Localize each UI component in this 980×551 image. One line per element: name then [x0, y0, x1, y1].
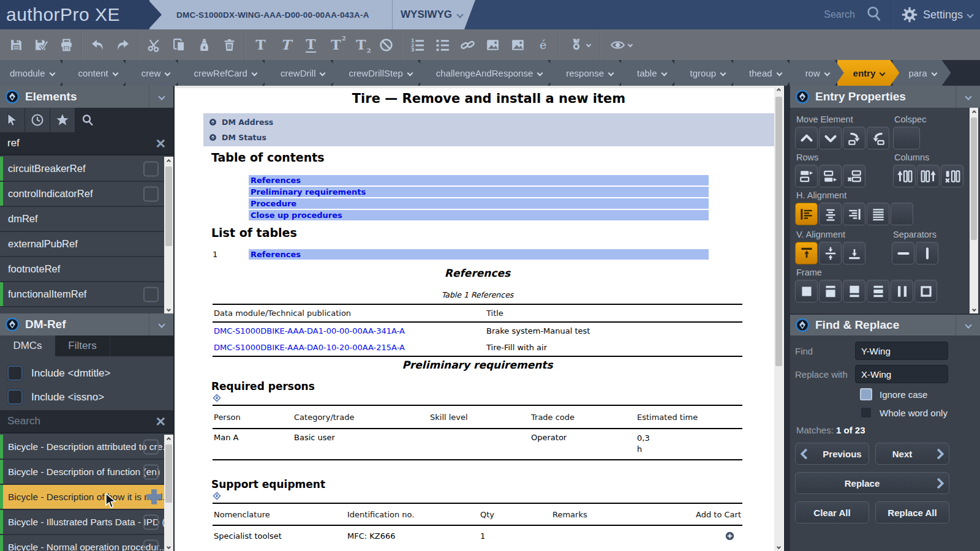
scrollbar-thumb[interactable]	[971, 118, 977, 240]
remove-format-button[interactable]	[374, 32, 399, 57]
breadcrumb-tag-crewDrill[interactable]: crewDrill	[265, 60, 340, 86]
insert-column-before-button[interactable]	[893, 165, 916, 187]
list-item[interactable]: dmRef	[0, 207, 173, 231]
list-item[interactable]: Bicycle - Description of function (en)	[0, 460, 173, 484]
scroll-up-icon[interactable]	[164, 435, 173, 443]
breadcrumb-tag-content[interactable]: content	[62, 60, 132, 86]
special-character-button[interactable]: é	[530, 32, 556, 57]
dmref-panel-header[interactable]: DM-Ref	[0, 313, 173, 335]
checkbox[interactable]	[143, 464, 159, 479]
tab-dmcs[interactable]: DMCs	[0, 335, 55, 356]
list-item[interactable]: externalPubRef	[0, 232, 173, 256]
list-item[interactable]: footnoteRef	[0, 257, 173, 281]
ignore-case-option[interactable]: Ignore case	[860, 388, 980, 400]
valign-top-button[interactable]	[795, 242, 818, 264]
checkbox[interactable]	[143, 514, 159, 530]
delete-column-button[interactable]	[941, 165, 963, 187]
unordered-list-button[interactable]	[430, 32, 455, 57]
italic-button[interactable]: T	[273, 32, 298, 57]
valign-middle-button[interactable]	[819, 242, 842, 264]
collapse-panel-button[interactable]	[149, 86, 173, 108]
scroll-up-icon[interactable]	[774, 86, 783, 94]
insert-image-button[interactable]	[480, 32, 505, 57]
checkbox-unchecked[interactable]	[860, 407, 872, 419]
dmref-search-input[interactable]	[7, 415, 155, 427]
list-item-selected[interactable]: Bicycle - Description of how it is mad..…	[0, 485, 173, 509]
elements-panel-header[interactable]: Elements	[0, 86, 173, 108]
tab-filters[interactable]: Filters	[55, 335, 110, 356]
insert-column-after-button[interactable]	[917, 165, 940, 187]
scroll-down-icon[interactable]	[774, 542, 783, 551]
breadcrumb-tag-dmodule[interactable]: dmodule	[0, 60, 69, 86]
clear-search-icon[interactable]: ✕	[155, 137, 166, 150]
insert-row-above-button[interactable]	[795, 165, 818, 187]
elements-scrollbar[interactable]	[164, 157, 173, 313]
checkbox-checked[interactable]	[860, 388, 872, 400]
checkbox[interactable]	[7, 365, 23, 381]
frame-bottom-button[interactable]	[843, 280, 865, 302]
scrollbar-thumb[interactable]	[165, 167, 172, 246]
checkbox[interactable]	[143, 539, 159, 551]
anchor-icon[interactable]	[213, 394, 221, 402]
scroll-down-icon[interactable]	[970, 305, 978, 313]
list-item[interactable]: Bicycle - Description attributed to cre.…	[0, 435, 173, 459]
breadcrumb-tag-table[interactable]: table	[621, 60, 681, 86]
scrollbar-thumb[interactable]	[165, 444, 172, 503]
scrollbar-thumb[interactable]	[775, 97, 782, 366]
list-item[interactable]: controlIndicatorRef	[0, 182, 173, 206]
move-out-button[interactable]	[867, 127, 889, 149]
scroll-up-icon[interactable]	[970, 108, 978, 116]
move-up-button[interactable]	[795, 127, 818, 149]
frame-none-button[interactable]	[795, 280, 818, 302]
award-menu-button[interactable]	[562, 32, 597, 57]
insert-row-below-button[interactable]	[819, 165, 842, 187]
checkbox[interactable]	[143, 186, 159, 201]
list-item[interactable]: functionalItemRef	[0, 282, 173, 306]
move-down-button[interactable]	[819, 127, 842, 149]
breadcrumb-tag-crew[interactable]: crew	[126, 60, 185, 86]
save-button[interactable]	[4, 32, 29, 57]
delete-button[interactable]	[217, 32, 242, 57]
save-as-button[interactable]	[29, 32, 54, 57]
breadcrumb-tag-row[interactable]: row	[790, 60, 844, 86]
scroll-up-icon[interactable]	[164, 157, 173, 165]
scroll-down-icon[interactable]	[164, 305, 173, 313]
bold-button[interactable]: T	[248, 32, 273, 57]
whole-word-option[interactable]: Whole word only	[860, 407, 980, 419]
replace-button[interactable]: Replace	[795, 472, 949, 494]
toc-link[interactable]: Preliminary requirements	[249, 187, 709, 197]
breadcrumb-tag-para[interactable]: para	[892, 60, 951, 86]
find-replace-header[interactable]: Find & Replace	[790, 313, 980, 335]
toc-link[interactable]: Close up procedures	[249, 210, 709, 220]
next-button[interactable]: Next	[875, 443, 949, 465]
visibility-menu-button[interactable]	[603, 32, 639, 57]
find-input[interactable]	[855, 342, 948, 360]
align-center-button[interactable]	[819, 203, 842, 225]
breadcrumb-tag-crewDrillStep[interactable]: crewDrillStep	[333, 60, 426, 86]
dm-status-bar[interactable]: DM Status	[203, 130, 774, 145]
underline-button[interactable]: T	[298, 32, 323, 57]
link-button[interactable]	[455, 32, 480, 57]
toc-link[interactable]: Procedure	[249, 198, 709, 209]
paste-button[interactable]	[192, 32, 217, 57]
tab-search-elements[interactable]	[75, 108, 100, 132]
breadcrumb-tag-entry-active[interactable]: entry	[837, 60, 900, 86]
frame-top-button[interactable]	[819, 280, 842, 302]
breadcrumb-tag-crewRefCard[interactable]: crewRefCard	[178, 60, 271, 86]
valign-bottom-button[interactable]	[843, 242, 865, 264]
entry-properties-scrollbar[interactable]	[970, 108, 978, 313]
anchor-icon[interactable]	[213, 492, 221, 500]
scroll-down-icon[interactable]	[164, 542, 173, 551]
dmc-link[interactable]: DMC-S1000DBIKE-AAA-DA0-10-20-00AA-215A-A	[213, 339, 485, 356]
frame-all-button[interactable]	[914, 280, 937, 302]
lot-link[interactable]: References	[249, 249, 709, 260]
replace-input[interactable]	[855, 365, 948, 383]
clear-search-icon[interactable]: ✕	[155, 415, 166, 428]
checkbox[interactable]	[7, 389, 23, 405]
horizontal-separator-button[interactable]	[892, 242, 914, 264]
colspec-button[interactable]	[893, 127, 920, 149]
collapse-panel-button[interactable]	[149, 313, 173, 335]
collapse-panel-button[interactable]	[956, 315, 980, 335]
insert-figure-button[interactable]	[505, 32, 530, 57]
clear-all-button[interactable]: Clear All	[795, 501, 869, 523]
